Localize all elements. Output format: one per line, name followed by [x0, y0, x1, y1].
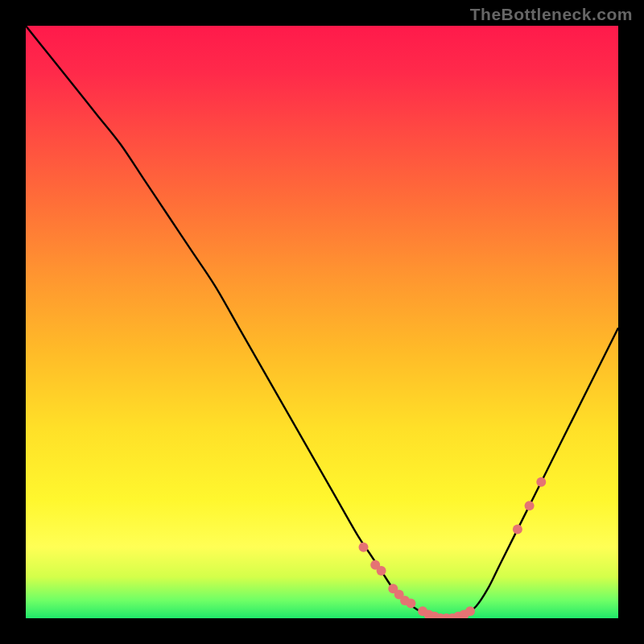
curve-marker [359, 543, 369, 552]
curve-marker [377, 566, 386, 576]
curve-marker [513, 525, 522, 535]
curve-marker [536, 477, 546, 487]
watermark-text: TheBottleneck.com [470, 5, 633, 24]
curve-marker [465, 606, 475, 616]
bottleneck-chart [26, 26, 618, 618]
curve-marker [525, 501, 535, 510]
chart-frame: TheBottleneck.com [0, 0, 644, 644]
curve-marker [406, 599, 415, 609]
gradient-background [26, 26, 618, 618]
plot-area [26, 26, 618, 618]
